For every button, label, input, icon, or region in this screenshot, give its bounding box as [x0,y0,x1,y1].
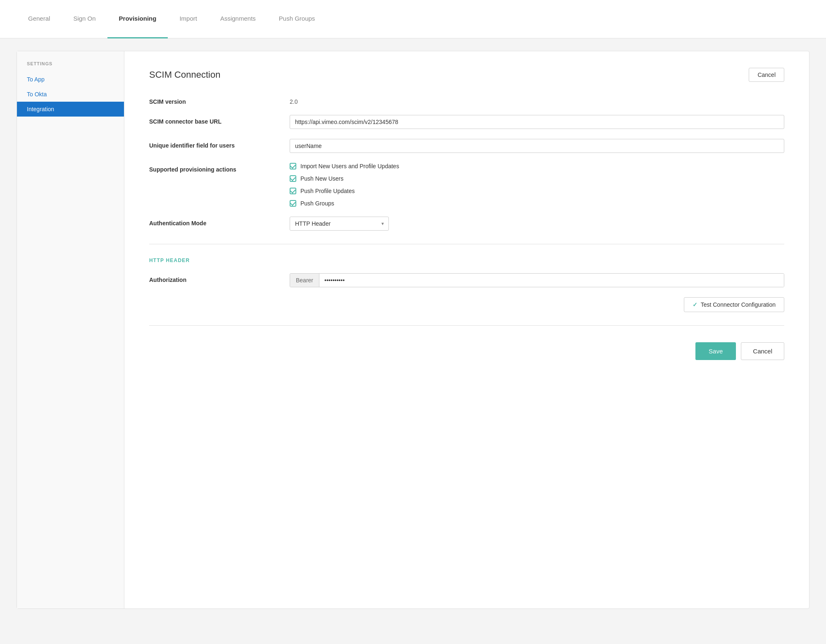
unique-identifier-label: Unique identifier field for users [149,139,290,149]
auth-mode-select[interactable]: HTTP Header Basic Auth OAuth 2.0 [290,217,389,231]
scim-version-label: SCIM version [149,95,290,105]
tab-push-groups[interactable]: Push Groups [267,0,327,38]
auth-bearer-prefix: Bearer [290,274,319,287]
scim-version-row: SCIM version 2.0 [149,95,784,105]
authorization-input-wrapper: Bearer [290,273,784,287]
divider-1 [149,244,784,244]
scim-version-value: 2.0 [290,95,784,105]
test-connector-button[interactable]: ✓ Test Connector Configuration [684,297,784,312]
checkbox-push-groups-box[interactable] [290,200,296,207]
save-button[interactable]: Save [695,342,736,360]
tab-assignments[interactable]: Assignments [209,0,267,38]
unique-identifier-input[interactable] [290,139,784,153]
auth-mode-select-wrapper: HTTP Header Basic Auth OAuth 2.0 ▾ [290,217,389,231]
unique-identifier-row: Unique identifier field for users [149,139,784,153]
checkbox-push-new-users[interactable]: Push New Users [290,175,399,182]
http-header-label: HTTP HEADER [149,258,784,263]
scim-connector-url-label: SCIM connector base URL [149,115,290,125]
checkbox-push-profile-updates[interactable]: Push Profile Updates [290,188,399,194]
test-connector-row: ✓ Test Connector Configuration [149,297,784,312]
auth-mode-row: Authentication Mode HTTP Header Basic Au… [149,217,784,231]
sidebar-item-to-okta[interactable]: To Okta [17,87,124,102]
sidebar-item-to-app[interactable]: To App [17,72,124,87]
main-container: SETTINGS To App To Okta Integration SCIM… [17,51,809,609]
checkbox-import-new-users-box[interactable] [290,163,296,169]
auth-mode-label: Authentication Mode [149,217,290,227]
checkbox-import-new-users-label: Import New Users and Profile Updates [300,163,399,169]
checkbox-push-profile-updates-box[interactable] [290,188,296,194]
tab-general[interactable]: General [17,0,62,38]
check-icon: ✓ [693,301,697,308]
cancel-bottom-button[interactable]: Cancel [741,342,784,360]
tab-sign-on[interactable]: Sign On [62,0,107,38]
scim-connector-url-row: SCIM connector base URL [149,115,784,129]
tab-provisioning[interactable]: Provisioning [107,0,168,38]
sidebar-section-label: SETTINGS [17,61,124,72]
checkbox-push-groups-label: Push Groups [300,200,334,207]
checkbox-push-profile-updates-label: Push Profile Updates [300,188,355,194]
sidebar: SETTINGS To App To Okta Integration [17,51,124,608]
checkbox-push-new-users-box[interactable] [290,175,296,182]
sidebar-item-integration[interactable]: Integration [17,102,124,117]
tab-import[interactable]: Import [168,0,209,38]
authorization-row: Authorization Bearer [149,273,784,287]
checkbox-push-groups[interactable]: Push Groups [290,200,399,207]
page-title: SCIM Connection [149,69,220,80]
divider-2 [149,325,784,326]
auth-token-input[interactable] [319,274,784,287]
top-navigation: General Sign On Provisioning Import Assi… [0,0,826,38]
section-header: SCIM Connection Cancel [149,68,784,82]
auth-input-group: Bearer [290,273,784,287]
test-connector-label: Test Connector Configuration [701,301,776,308]
supported-actions-row: Supported provisioning actions Import Ne… [149,163,784,207]
checkbox-push-new-users-label: Push New Users [300,175,343,182]
cancel-top-button[interactable]: Cancel [749,68,784,82]
checkbox-import-new-users[interactable]: Import New Users and Profile Updates [290,163,399,169]
scim-connector-url-input[interactable] [290,115,784,129]
supported-actions-label: Supported provisioning actions [149,163,290,173]
checkbox-group: Import New Users and Profile Updates Pus… [290,163,399,207]
authorization-label: Authorization [149,273,290,283]
content-area: SCIM Connection Cancel SCIM version 2.0 … [124,51,809,608]
action-buttons: Save Cancel [149,342,784,360]
